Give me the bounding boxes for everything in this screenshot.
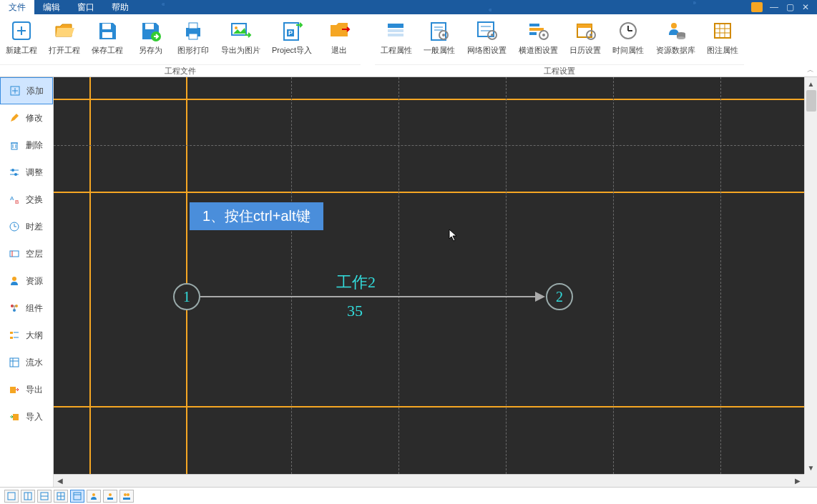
general-props-button[interactable]: 一般属性 xyxy=(418,14,461,64)
import-icon xyxy=(9,411,20,423)
trash-icon xyxy=(9,139,20,151)
svg-point-27 xyxy=(491,34,494,36)
ribbon-group-label-settings: 工程设置 xyxy=(375,64,744,77)
legend-props-icon xyxy=(710,19,735,43)
side-timediff-button[interactable]: 时差 xyxy=(0,213,53,240)
side-flow-button[interactable]: 流水 xyxy=(0,349,53,376)
svg-rect-5 xyxy=(145,24,154,29)
task-arrow[interactable] xyxy=(200,296,544,297)
plus-icon xyxy=(9,85,21,97)
svg-rect-3 xyxy=(102,24,111,29)
svg-point-59 xyxy=(14,173,17,176)
save-as-icon xyxy=(138,19,162,43)
legend-props-button[interactable]: 图注属性 xyxy=(701,14,744,64)
svg-rect-73 xyxy=(10,332,13,334)
ribbon: 新建工程 打开工程 保存工程 另存为 图形打印 导出为图片 xyxy=(0,14,817,77)
side-add-button[interactable]: 添加 xyxy=(0,77,53,104)
svg-point-93 xyxy=(109,493,112,496)
side-delete-button[interactable]: 删除 xyxy=(0,132,53,159)
save-as-button[interactable]: 另存为 xyxy=(129,14,172,64)
svg-rect-90 xyxy=(74,493,81,500)
view-resource3-button[interactable] xyxy=(119,490,134,503)
svg-rect-77 xyxy=(10,358,19,367)
close-icon[interactable]: ✕ xyxy=(800,1,811,13)
side-import-button[interactable]: 导入 xyxy=(0,403,53,430)
svg-rect-82 xyxy=(8,493,15,500)
side-export-button[interactable]: 导出 xyxy=(0,376,53,403)
view-resource1-button[interactable] xyxy=(87,490,101,503)
person-icon xyxy=(9,275,20,287)
save-project-button[interactable]: 保存工程 xyxy=(86,14,129,64)
view-resource2-button[interactable] xyxy=(103,490,117,503)
menu-tab-help[interactable]: 帮助 xyxy=(103,0,137,15)
horizontal-scrollbar[interactable]: ◀ ▶ xyxy=(54,474,804,487)
task-value-label: 35 xyxy=(347,302,363,320)
view3-button[interactable] xyxy=(37,490,52,503)
svg-point-92 xyxy=(92,493,95,496)
project-import-button[interactable]: P Project导入 xyxy=(266,14,318,64)
svg-rect-44 xyxy=(715,24,730,38)
svg-rect-34 xyxy=(577,24,592,28)
svg-rect-30 xyxy=(529,32,537,35)
scroll-corner xyxy=(804,474,817,487)
project-props-button[interactable]: 工程属性 xyxy=(375,14,418,64)
scroll-right-icon[interactable]: ▶ xyxy=(791,475,804,488)
side-blank-button[interactable]: 空层 xyxy=(0,240,53,267)
side-component-button[interactable]: 组件 xyxy=(0,295,53,322)
network-canvas[interactable]: 1 2 工作2 35 1、按住ctrl+alt键 xyxy=(54,77,804,474)
view5-button[interactable] xyxy=(70,490,84,503)
scroll-thumb[interactable] xyxy=(806,90,816,112)
minimize-icon[interactable]: — xyxy=(768,1,780,13)
svg-text:P: P xyxy=(288,29,293,36)
view1-button[interactable] xyxy=(4,490,19,503)
gantt-settings-icon xyxy=(526,19,550,43)
adjust-icon xyxy=(9,167,20,178)
task-name-label: 工作2 xyxy=(336,272,376,293)
side-outline-button[interactable]: 大纲 xyxy=(0,322,53,349)
side-modify-button[interactable]: 修改 xyxy=(0,104,53,132)
side-resource-button[interactable]: 资源 xyxy=(0,267,53,295)
work-area: 添加 修改 删除 调整 AB交换 时差 空层 资源 组件 大纲 流水 导出 导入 xyxy=(0,77,817,487)
svg-point-22 xyxy=(442,34,445,36)
cursor-icon xyxy=(449,229,459,242)
network-settings-button[interactable]: 网络图设置 xyxy=(461,14,512,64)
view2-button[interactable] xyxy=(21,490,35,503)
gantt-settings-button[interactable]: 横道图设置 xyxy=(512,14,564,64)
calendar-icon[interactable] xyxy=(751,2,763,12)
scroll-down-icon[interactable]: ▼ xyxy=(805,461,818,474)
svg-point-32 xyxy=(542,34,545,36)
flow-icon xyxy=(9,357,20,368)
export-image-button[interactable]: 导出为图片 xyxy=(215,14,266,64)
maximize-icon[interactable]: ▢ xyxy=(784,1,796,13)
resource-db-button[interactable]: 资源数据库 xyxy=(650,14,701,64)
node-1[interactable]: 1 xyxy=(173,283,200,310)
calendar-settings-button[interactable]: 日历设置 xyxy=(564,14,607,64)
scroll-left-icon[interactable]: ◀ xyxy=(54,475,67,488)
svg-rect-80 xyxy=(10,387,16,393)
ribbon-collapse-icon[interactable]: ︿ xyxy=(807,65,814,75)
node-2[interactable]: 2 xyxy=(546,283,573,310)
svg-rect-9 xyxy=(189,34,197,39)
svg-rect-29 xyxy=(529,28,544,31)
scroll-up-icon[interactable]: ▲ xyxy=(805,77,818,90)
svg-rect-8 xyxy=(189,23,197,29)
open-project-button[interactable]: 打开工程 xyxy=(43,14,86,64)
clock-icon xyxy=(616,19,640,43)
time-props-button[interactable]: 时间属性 xyxy=(607,14,650,64)
ribbon-group-label-file: 工程文件 xyxy=(0,64,361,77)
print-button[interactable]: 图形打印 xyxy=(172,14,215,64)
menu-tab-edit[interactable]: 编辑 xyxy=(34,0,69,15)
side-adjust-button[interactable]: 调整 xyxy=(0,159,53,186)
new-project-button[interactable]: 新建工程 xyxy=(0,14,43,64)
exit-button[interactable]: 退出 xyxy=(318,14,361,64)
canvas-wrap: 1 2 工作2 35 1、按住ctrl+alt键 ▲ ▼ ◀ ▶ xyxy=(54,77,817,487)
side-swap-button[interactable]: AB交换 xyxy=(0,186,53,213)
menu-tab-window[interactable]: 窗口 xyxy=(69,0,103,15)
svg-text:B: B xyxy=(15,199,19,204)
menu-tab-file[interactable]: 文件 xyxy=(0,0,34,15)
view4-button[interactable] xyxy=(54,490,68,503)
svg-rect-15 xyxy=(388,24,403,28)
vertical-scrollbar[interactable]: ▲ ▼ xyxy=(804,77,817,474)
instruction-tooltip: 1、按住ctrl+alt键 xyxy=(190,202,323,230)
menu-bar: 文件 编辑 窗口 帮助 — ▢ ✕ xyxy=(0,0,817,14)
